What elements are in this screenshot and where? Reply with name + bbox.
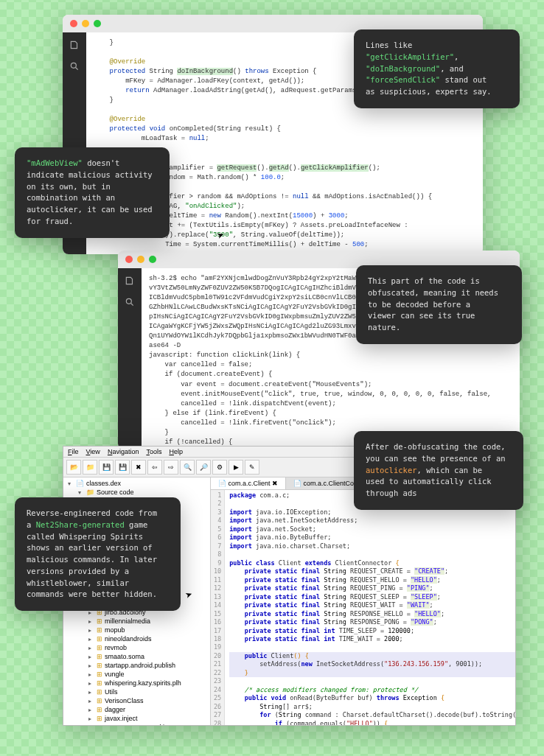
svg-point-1 — [126, 298, 131, 304]
edit-icon[interactable]: ✎ — [245, 460, 259, 475]
close-icon[interactable] — [125, 256, 133, 263]
callout-top-right: Lines like "getClickAmplifier", "doInBac… — [354, 29, 520, 108]
svg-point-0 — [71, 63, 76, 68]
callout-left-1: "mAdWebView" doesn't indicate malicious … — [15, 147, 170, 238]
search-icon[interactable]: 🔍 — [180, 460, 195, 475]
tree-item[interactable]: ▸⊞ mopub — [65, 626, 209, 634]
search-icon[interactable] — [125, 297, 135, 309]
minimize-icon[interactable] — [82, 20, 89, 27]
zoom-icon[interactable] — [94, 20, 101, 27]
save-all-icon[interactable]: 💾 — [115, 460, 130, 475]
gutter-2 — [118, 268, 142, 449]
tree-item[interactable]: ▸⊞ smaato.soma — [65, 652, 209, 661]
tree-item[interactable]: ▸⊞ VerisonClass — [65, 696, 209, 705]
forward-icon[interactable]: ⇨ — [164, 460, 178, 475]
search-icon[interactable] — [69, 61, 80, 74]
minimize-icon[interactable] — [137, 256, 144, 263]
line-gutter: 1 2 3 4 5 6 7 8 9 10 11 12 13 14 15 16 1… — [211, 490, 225, 725]
tree-item[interactable]: ▸⊞ Utils — [65, 687, 209, 696]
tree-item[interactable]: ▸⊞ nineoldandroids — [65, 634, 209, 643]
zoom-icon[interactable] — [149, 256, 156, 263]
menu-navigation[interactable]: Navigation — [108, 448, 139, 455]
tree-item[interactable]: ▸⊞ startapp.android.publish — [65, 661, 209, 670]
tree-root[interactable]: ▾📄 classes.dex — [65, 479, 209, 488]
tree-source[interactable]: ▾📁 Source code — [65, 488, 209, 497]
menu-tools[interactable]: Tools — [146, 448, 161, 455]
find-icon[interactable]: 🔎 — [196, 460, 211, 475]
java-editor[interactable]: 1 2 3 4 5 6 7 8 9 10 11 12 13 14 15 16 1… — [211, 490, 515, 725]
callout-right-lower: After de-obfuscating the code, you can s… — [354, 431, 523, 510]
save-icon[interactable]: 💾 — [99, 460, 114, 475]
close-icon[interactable]: ✖ — [131, 460, 146, 475]
open-folder-icon[interactable]: 📁 — [83, 460, 97, 475]
menu-view[interactable]: View — [86, 448, 100, 455]
files-icon[interactable] — [69, 40, 80, 52]
callout-left-2: Reverse-engineered code from a Net2Share… — [15, 497, 181, 611]
tree-item[interactable]: ▸⊞ revmob — [65, 643, 209, 652]
run-icon[interactable]: ▶ — [229, 460, 243, 475]
open-icon[interactable]: 📂 — [66, 460, 81, 475]
close-icon[interactable] — [70, 20, 77, 27]
tree-item[interactable]: ▸⊞ dagger — [65, 705, 209, 714]
tree-item[interactable]: ▸⊞ whispering.kazy.spirits.plh — [65, 679, 209, 687]
callout-right-mid: This part of the code is obfuscated, mea… — [356, 265, 522, 344]
tree-item[interactable]: ▸⊞ millennialmedia — [65, 617, 209, 626]
tab-active[interactable]: 📄 com.a.c.Client ✖ — [211, 477, 286, 489]
settings-icon[interactable]: ⚙ — [212, 460, 227, 475]
files-icon[interactable] — [125, 276, 135, 288]
menu-help[interactable]: Help — [169, 448, 183, 455]
tree-item[interactable]: ▸⊞ vungle — [65, 670, 209, 679]
menu-file[interactable]: File — [68, 448, 79, 455]
tree-item[interactable]: ▸⊞ org.nexage.sourcekit — [65, 723, 209, 725]
tree-item[interactable]: ▸⊞ javax.inject — [65, 714, 209, 723]
back-icon[interactable]: ⇦ — [147, 460, 162, 475]
